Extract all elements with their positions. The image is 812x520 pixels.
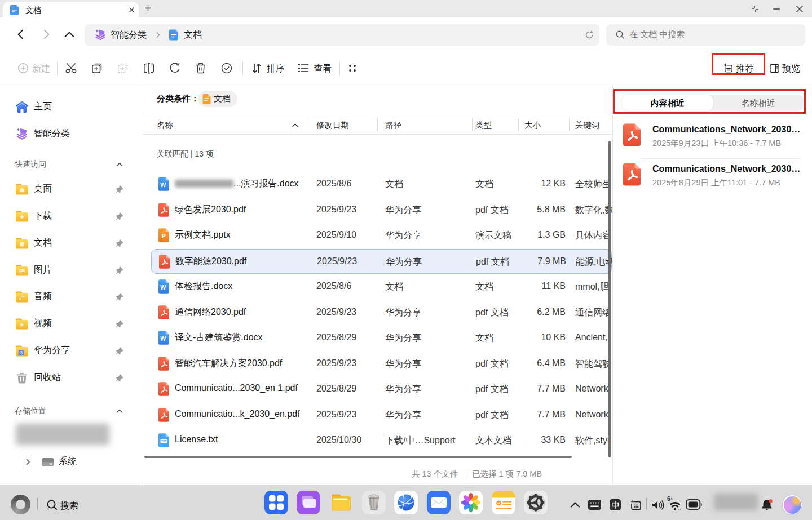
svg-text:TXT: TXT <box>161 439 166 443</box>
svg-text:W: W <box>160 181 166 188</box>
svg-text:W: W <box>160 335 166 342</box>
svg-text:W: W <box>160 284 166 291</box>
svg-text:P: P <box>162 233 166 239</box>
